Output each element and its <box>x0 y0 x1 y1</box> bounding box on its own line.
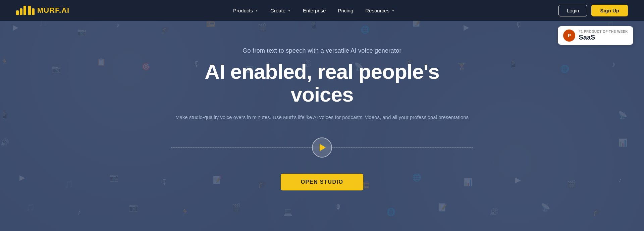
play-button[interactable] <box>312 137 332 158</box>
chevron-down-icon: ▼ <box>255 9 258 12</box>
logo-bar-2 <box>20 8 22 15</box>
signup-button[interactable]: Sign Up <box>591 5 628 16</box>
open-studio-button[interactable]: OPEN STUDIO <box>281 174 364 190</box>
chevron-down-icon: ▼ <box>287 9 291 12</box>
logo-bar-4 <box>28 6 31 15</box>
product-hunt-icon: P <box>563 30 575 42</box>
logo-icon <box>16 6 35 15</box>
play-area <box>171 137 473 158</box>
play-icon <box>320 144 326 151</box>
product-hunt-text: #1 PRODUCT OF THE WEEK SaaS <box>579 30 628 41</box>
hero-content: Go from text to speech with a versatile … <box>171 41 473 190</box>
login-button[interactable]: Login <box>558 5 588 16</box>
logo-text: MURF.AI <box>37 6 69 15</box>
nav-item-resources[interactable]: Resources ▼ <box>365 8 395 13</box>
nav-links: Products ▼ Create ▼ Enterprise Pricing R… <box>233 8 395 13</box>
logo-bar-5 <box>32 8 35 15</box>
hero-heading: AI enabled, real people's voices <box>171 60 473 106</box>
hero-section: ▶ 🎵 📷 ♪ 🎓 📻 🎬 📱 🌐 📝 ▶ 🎙 📊 🎵 🏃 📷 📋 🎯 🎙 💻 … <box>0 0 644 231</box>
logo-bar-3 <box>23 6 26 15</box>
hero-tagline: Go from text to speech with a versatile … <box>171 47 473 54</box>
nav-item-create[interactable]: Create ▼ <box>270 8 291 13</box>
logo-bar-1 <box>16 10 19 15</box>
hero-subtext: Make studio-quality voice overs in minut… <box>171 113 473 121</box>
nav-item-enterprise[interactable]: Enterprise <box>303 8 326 13</box>
chevron-down-icon: ▼ <box>391 9 395 12</box>
nav-item-products[interactable]: Products ▼ <box>233 8 258 13</box>
nav-actions: Login Sign Up <box>558 5 628 16</box>
nav-item-pricing[interactable]: Pricing <box>338 8 353 13</box>
product-hunt-badge[interactable]: P #1 PRODUCT OF THE WEEK SaaS <box>558 26 633 45</box>
logo[interactable]: MURF.AI <box>16 6 69 15</box>
navbar: MURF.AI Products ▼ Create ▼ Enterprise P… <box>0 0 644 21</box>
